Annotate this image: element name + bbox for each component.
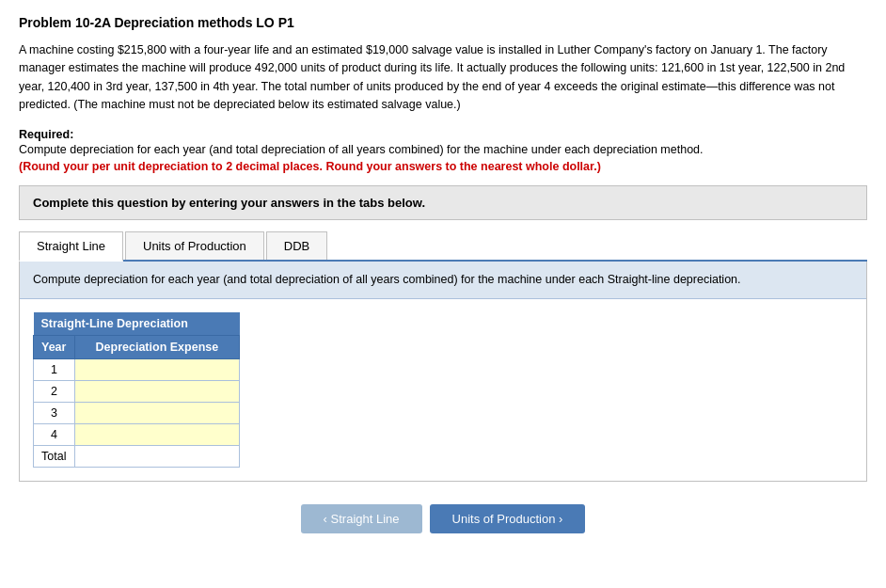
table-row: 2 [34,380,240,402]
input-cell-3[interactable] [74,402,239,423]
nav-buttons: ‹ Straight Line Units of Production › [19,491,867,547]
next-button[interactable]: Units of Production › [430,504,586,533]
col-header-year: Year [34,335,75,358]
table-total-row: Total [34,445,240,467]
tab-content: Compute depreciation for each year (and … [19,262,867,482]
depreciation-input-4[interactable] [83,428,231,441]
tab-units-of-production[interactable]: Units of Production [125,231,264,260]
input-cell-4[interactable] [74,423,239,445]
year-cell-4: 4 [34,423,75,445]
year-cell-1: 1 [34,358,75,380]
required-text: Compute depreciation for each year (and … [19,141,867,159]
depreciation-input-3[interactable] [83,406,231,420]
tab-straight-line[interactable]: Straight Line [19,231,123,262]
tab-description: Compute depreciation for each year (and … [20,262,866,299]
problem-title: Problem 10-2A Depreciation methods LO P1 [19,15,867,30]
year-cell-3: 3 [34,402,75,423]
tab-ddb[interactable]: DDB [266,231,327,260]
total-input[interactable] [83,450,231,463]
input-cell-2[interactable] [74,380,239,402]
table-section: Straight-Line Depreciation Year Deprecia… [20,299,866,481]
table-section-title: Straight-Line Depreciation [34,312,240,336]
next-arrow: › [559,512,562,526]
prev-button[interactable]: ‹ Straight Line [301,504,422,533]
problem-text: A machine costing $215,800 with a four-y… [19,41,867,115]
prev-arrow: ‹ [324,512,327,526]
input-cell-1[interactable] [74,358,239,380]
prev-label: Straight Line [331,512,400,526]
total-value-cell[interactable] [74,445,239,467]
table-row: 3 [34,402,240,423]
tabs-container: Straight Line Units of Production DDB [19,231,867,262]
depreciation-input-2[interactable] [83,385,231,398]
next-label: Units of Production [452,512,556,526]
depreciation-table: Straight-Line Depreciation Year Deprecia… [33,312,240,468]
col-header-depreciation: Depreciation Expense [74,335,239,358]
complete-instruction: Complete this question by entering your … [19,185,867,220]
depreciation-input-1[interactable] [83,363,231,376]
table-row: 4 [34,423,240,445]
required-highlight: (Round your per unit depreciation to 2 d… [19,158,867,176]
table-row: 1 [34,358,240,380]
total-label: Total [34,445,75,467]
year-cell-2: 2 [34,380,75,402]
required-label: Required: [19,128,867,141]
